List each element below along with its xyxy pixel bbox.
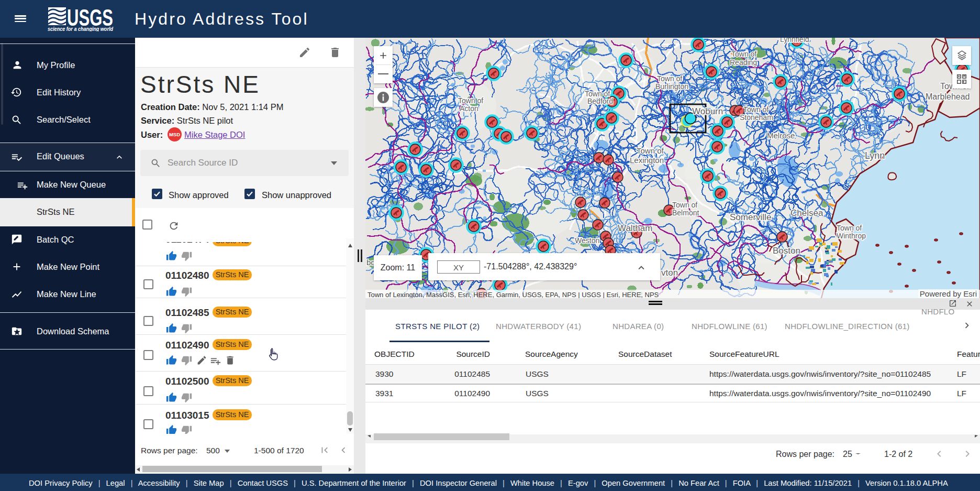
svg-text:Weston: Weston: [575, 236, 599, 245]
svg-text:Town of: Town of: [731, 50, 756, 58]
svg-text:Town of: Town of: [837, 224, 862, 232]
svg-text:Belmont: Belmont: [672, 209, 699, 217]
svg-text:Stoneham: Stoneham: [740, 113, 773, 122]
svg-text:Town of: Town of: [637, 146, 664, 155]
svg-text:Bedford: Bedford: [587, 97, 613, 105]
svg-text:Melrose: Melrose: [767, 131, 795, 140]
svg-text:Acton: Acton: [460, 104, 478, 113]
svg-text:vton: vton: [661, 268, 678, 278]
svg-text:Reading: Reading: [730, 58, 757, 67]
svg-text:Winthrop: Winthrop: [837, 232, 866, 240]
svg-text:Woburn: Woburn: [692, 106, 723, 116]
svg-text:Somerville: Somerville: [730, 212, 771, 222]
svg-text:Boston: Boston: [773, 246, 800, 256]
svg-text:Town of: Town of: [458, 96, 483, 105]
svg-text:Town of: Town of: [672, 201, 697, 209]
svg-text:Marblehead: Marblehead: [926, 92, 970, 101]
svg-text:Lexington: Lexington: [630, 156, 664, 165]
svg-text:Town of: Town of: [743, 105, 769, 114]
svg-text:Chelsea: Chelsea: [790, 208, 823, 218]
svg-text:Waltham: Waltham: [618, 223, 652, 233]
svg-text:Lynnfield: Lynnfield: [780, 38, 809, 43]
svg-text:science for a changing world: science for a changing world: [48, 26, 114, 31]
svg-text:Burlington: Burlington: [655, 82, 688, 91]
svg-text:Lynn: Lynn: [865, 150, 885, 161]
svg-text:Town of: Town of: [657, 74, 682, 83]
